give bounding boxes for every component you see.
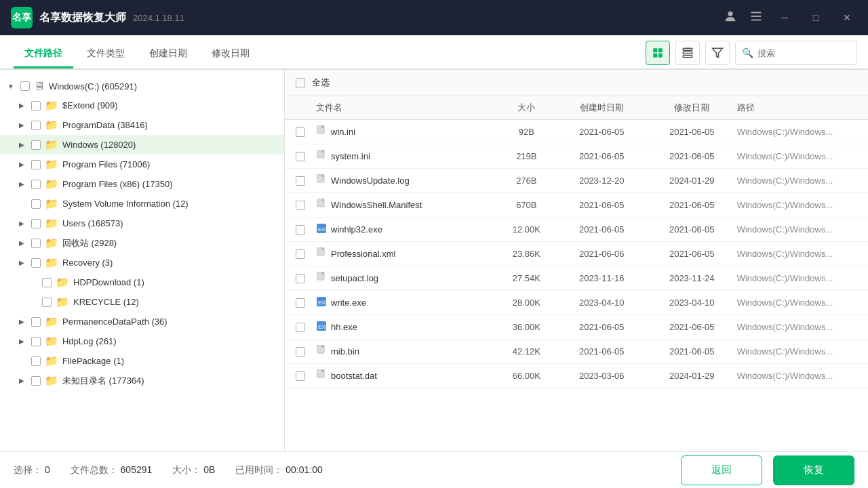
tree-item-windows-c[interactable]: ▼ 🖥 Windows(C:) (605291) (0, 77, 284, 96)
row-checkbox-8[interactable] (296, 323, 316, 332)
tree-checkbox-recovery[interactable] (31, 258, 41, 268)
select-all-checkbox[interactable] (296, 78, 305, 87)
file-type-icon-1 (316, 150, 327, 163)
tree-toggle-programdata[interactable]: ▶ (16, 120, 27, 131)
tree-checkbox-permanence[interactable] (31, 317, 41, 327)
tree-label-programfiles-x86: Program Files (x86) (17350) (62, 179, 173, 189)
tree-checkbox-users[interactable] (31, 219, 41, 228)
tree-item-programfiles[interactable]: ▶ 📁 Program Files (71006) (0, 155, 284, 174)
tree-item-hdplog[interactable]: ▶ 📁 HdpLog (261) (0, 331, 284, 351)
grid-view-button[interactable] (646, 41, 670, 65)
tree-toggle-unknown[interactable]: ▶ (16, 375, 27, 386)
tree-checkbox-sysvolinfo[interactable] (31, 199, 41, 209)
tree-item-recovery[interactable]: ▶ 📁 Recovery (3) (0, 253, 284, 272)
file-modified-3: 2021-06-05 (647, 200, 737, 210)
tree-toggle-windows[interactable]: ▶ (16, 140, 27, 150)
back-button[interactable]: 返回 (681, 455, 762, 485)
file-created-9: 2021-06-05 (557, 346, 647, 357)
tree-checkbox-hdpdownload[interactable] (42, 278, 52, 287)
list-view-button[interactable] (675, 41, 700, 65)
tree-checkbox-programdata[interactable] (31, 121, 41, 130)
tree-checkbox-programfiles[interactable] (31, 160, 41, 169)
row-checkbox-10[interactable] (296, 371, 316, 381)
tree-checkbox-windows-c[interactable] (20, 81, 30, 91)
search-input[interactable] (735, 41, 857, 65)
row-checkbox-5[interactable] (296, 249, 316, 259)
user-icon[interactable] (723, 9, 738, 27)
tree-toggle-recycle[interactable]: ▶ (16, 238, 27, 249)
tree-toggle-recovery[interactable]: ▶ (16, 258, 27, 268)
tree-item-extend[interactable]: ▶ 📁 $Extend (909) (0, 96, 284, 115)
folder-icon-extend: 📁 (45, 99, 58, 112)
tree-item-hdpdownload[interactable]: 📁 HDPDownload (1) (0, 272, 284, 292)
tree-toggle-permanence[interactable]: ▶ (16, 317, 27, 327)
tree-toggle-hdplog[interactable]: ▶ (16, 336, 27, 347)
file-path-0: Windows(C:)/Windows... (737, 127, 857, 137)
filter-button[interactable] (705, 41, 730, 65)
file-type-icon-4: EXE (316, 223, 327, 236)
file-created-1: 2021-06-05 (557, 151, 647, 161)
table-row: mib.bin 42.12K 2021-06-05 2021-06-05 Win… (285, 340, 868, 364)
tree-checkbox-programfiles-x86[interactable] (31, 180, 41, 189)
tree-item-users[interactable]: ▶ 📁 Users (168573) (0, 214, 284, 233)
tree-item-krecycle[interactable]: 📁 KRECYCLE (12) (0, 292, 284, 312)
recover-button[interactable]: 恢复 (773, 455, 854, 485)
tab-modified[interactable]: 修改日期 (201, 41, 260, 68)
tree-toggle-extend[interactable]: ▶ (16, 100, 27, 111)
tree-checkbox-unknown[interactable] (31, 376, 41, 386)
row-checkbox-4[interactable] (296, 225, 316, 235)
tree-checkbox-hdplog[interactable] (31, 337, 41, 346)
tree-item-recycle[interactable]: ▶ 📁 回收站 (2928) (0, 233, 284, 253)
row-checkbox-9[interactable] (296, 347, 316, 357)
tree-item-sysvolinfo[interactable]: 📁 System Volume Information (12) (0, 194, 284, 214)
svg-rect-13 (321, 125, 324, 128)
tree-item-unknown[interactable]: ▶ 📁 未知目录名 (177364) (0, 371, 284, 390)
tree-item-windows[interactable]: ▶ 📁 Windows (128020) (0, 135, 284, 155)
table-row: system.ini 219B 2021-06-05 2021-06-05 Wi… (285, 144, 868, 169)
file-name-text-5: Professional.xml (331, 249, 395, 259)
tree-checkbox-krecycle[interactable] (42, 298, 52, 307)
svg-rect-23 (321, 247, 324, 250)
file-type-icon-6 (316, 272, 327, 285)
file-name-4: EXE winhlp32.exe (316, 223, 496, 236)
file-created-3: 2021-06-05 (557, 200, 647, 210)
folder-icon-hdpdownload: 📁 (56, 276, 69, 289)
tree-item-programfiles-x86[interactable]: ▶ 📁 Program Files (x86) (17350) (0, 174, 284, 194)
tree-toggle-users[interactable]: ▶ (16, 218, 27, 229)
tree-item-permanence[interactable]: ▶ 📁 PermanenceDataPath (36) (0, 312, 284, 331)
minimize-button[interactable]: ─ (774, 7, 795, 28)
tab-created[interactable]: 创建日期 (138, 41, 198, 68)
svg-rect-25 (321, 272, 324, 274)
svg-rect-9 (683, 52, 692, 54)
tree-item-programdata[interactable]: ▶ 📁 ProgramData (38416) (0, 115, 284, 135)
tree-label-hdplog: HdpLog (261) (62, 336, 117, 346)
menu-icon[interactable] (749, 9, 764, 27)
tree-toggle-programfiles[interactable]: ▶ (16, 159, 27, 170)
row-checkbox-7[interactable] (296, 298, 316, 308)
row-checkbox-6[interactable] (296, 274, 316, 283)
file-path-4: Windows(C:)/Windows... (737, 224, 857, 235)
status-total: 文件总数： 605291 (71, 464, 153, 476)
tree-toggle-programfiles-x86[interactable]: ▶ (16, 179, 27, 190)
maximize-button[interactable]: □ (806, 7, 826, 28)
svg-rect-7 (658, 54, 663, 58)
tab-filetype[interactable]: 文件类型 (76, 41, 136, 68)
tree-item-filepackage[interactable]: 📁 FilePackage (1) (0, 351, 284, 371)
tree-checkbox-windows[interactable] (31, 140, 41, 150)
tree-checkbox-filepackage[interactable] (31, 357, 41, 366)
row-checkbox-0[interactable] (296, 127, 316, 137)
file-table-header: 文件名 大小 创建时日期 修改日期 路径 (285, 96, 868, 120)
tree-checkbox-extend[interactable] (31, 101, 41, 110)
drive-icon: 🖥 (34, 80, 45, 92)
status-select: 选择： 0 (14, 464, 50, 476)
row-checkbox-1[interactable] (296, 152, 316, 161)
tree-toggle-windows-c[interactable]: ▼ (5, 81, 16, 92)
tree-checkbox-recycle[interactable] (31, 239, 41, 248)
tab-filepath[interactable]: 文件路径 (14, 41, 73, 68)
tree-label-filepackage: FilePackage (1) (62, 356, 124, 366)
row-checkbox-2[interactable] (296, 176, 316, 186)
close-button[interactable]: ✕ (837, 7, 857, 28)
file-name-2: WindowsUpdate.log (316, 174, 496, 187)
row-checkbox-3[interactable] (296, 201, 316, 210)
file-name-text-10: bootstat.dat (331, 371, 377, 381)
